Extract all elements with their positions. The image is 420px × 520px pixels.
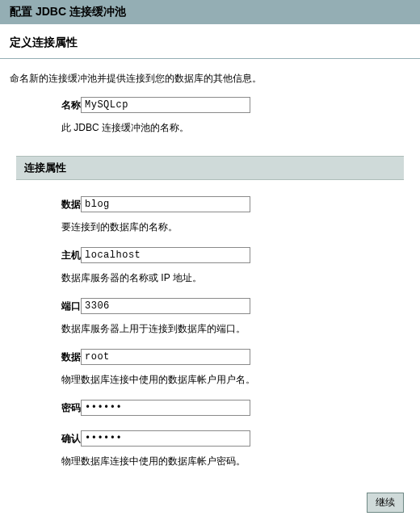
host-input[interactable] — [81, 247, 250, 263]
name-help: 此 JDBC 连接缓冲池的名称。 — [0, 118, 420, 143]
db-user-label: 数据库用户名: — [0, 350, 81, 364]
port-input[interactable] — [81, 298, 250, 314]
password-label: 密码: — [0, 401, 81, 415]
page-title: 配置 JDBC 连接缓冲池 — [0, 0, 420, 24]
db-name-label: 数据库名称: — [0, 198, 81, 212]
continue-button[interactable]: 继续 — [367, 493, 404, 513]
name-label: 名称: — [0, 99, 81, 112]
host-help: 数据库服务器的名称或 IP 地址。 — [0, 268, 420, 293]
port-label: 端口: — [0, 300, 81, 313]
host-label: 主机名: — [0, 249, 81, 262]
port-help: 数据库服务器上用于连接到数据库的端口。 — [0, 319, 420, 344]
password-input[interactable] — [81, 400, 250, 416]
db-name-input[interactable] — [81, 196, 250, 212]
section-title: 定义连接属性 — [0, 24, 420, 58]
connection-properties-header: 连接属性 — [16, 156, 404, 180]
db-name-help: 要连接到的数据库的名称。 — [0, 217, 420, 242]
db-user-input[interactable] — [81, 349, 250, 365]
page-description: 命名新的连接缓冲池并提供连接到您的数据库的其他信息。 — [0, 59, 420, 92]
confirm-password-input[interactable] — [81, 430, 250, 447]
confirm-password-label: 确认密码: — [0, 432, 81, 446]
name-input[interactable] — [81, 97, 250, 113]
password-help: 物理数据库连接中使用的数据库帐户密码。 — [0, 451, 420, 476]
db-user-help: 物理数据库连接中使用的数据库帐户用户名。 — [0, 370, 420, 395]
